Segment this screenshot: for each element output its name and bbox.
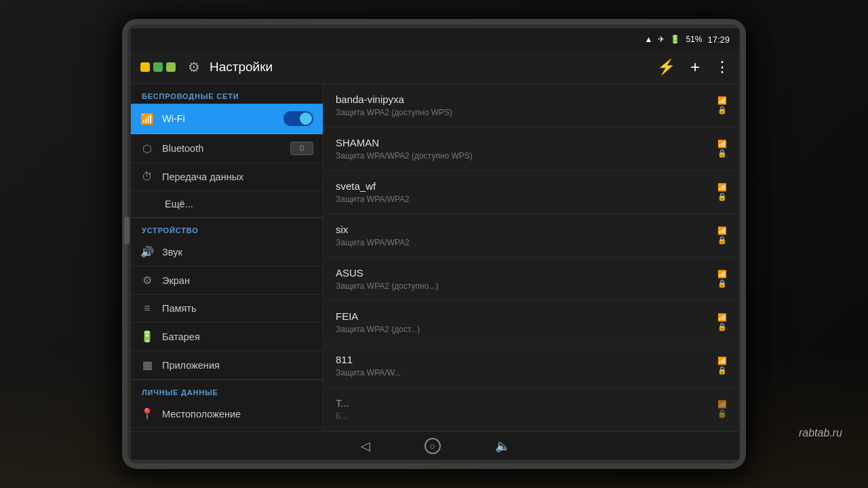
network-security-2: Защита WPA/WPA2	[336, 195, 717, 204]
dot-3	[166, 62, 176, 72]
tablet-screen: ▲ ✈ 🔋 51% 17:29 ⚙ Настройки ⚡ + ⋮	[131, 28, 739, 460]
memory-icon: ≡	[140, 302, 154, 314]
network-name-5: FEIA	[336, 310, 717, 322]
network-info-4: ASUS Защита WPA2 (доступно...)	[336, 267, 717, 291]
volume-button[interactable]: 🔈	[495, 439, 510, 453]
toolbar-actions: ⚡ + ⋮	[657, 58, 730, 77]
wifi-toggle[interactable]	[283, 111, 313, 126]
data-icon: ⏱	[140, 171, 154, 183]
network-name-1: SHAMAN	[336, 137, 717, 148]
battery-icon: 🔋	[670, 35, 680, 44]
network-item-3[interactable]: six Защита WPA/WPA2 📶🔒	[323, 214, 739, 258]
page-title: Настройки	[210, 60, 273, 75]
network-security-6: Защита WPA/W...	[336, 368, 717, 378]
network-signal-3: 📶🔒	[717, 226, 727, 245]
bluetooth-label: Bluetooth	[162, 143, 282, 154]
apps-label: Приложения	[162, 360, 313, 371]
bluetooth-toggle[interactable]: 0	[290, 142, 313, 155]
bottom-navbar: ◁ ○ 🔈	[131, 431, 739, 460]
clock: 17:29	[707, 35, 730, 45]
location-label: Местоположение	[162, 409, 313, 420]
tablet-side-button	[124, 217, 130, 244]
network-item-2[interactable]: sveta_wf Защита WPA/WPA2 📶🔒	[323, 171, 739, 214]
more-label: Ещё...	[165, 199, 313, 209]
network-item-0[interactable]: banda-vinipyxa Защита WPA2 (доступно WPS…	[323, 84, 739, 127]
network-item-1[interactable]: SHAMAN Защита WPA/WPA2 (доступно WPS) 📶🔒	[323, 127, 739, 171]
home-button[interactable]: ○	[425, 438, 441, 454]
sidebar-item-battery[interactable]: 🔋 Батарея	[131, 323, 323, 351]
network-signal-4: 📶🔒	[717, 270, 727, 288]
sidebar-item-wifi[interactable]: 📶 Wi-Fi	[131, 104, 323, 134]
sidebar-item-location[interactable]: 📍 Местоположение	[131, 400, 323, 428]
network-info-0: banda-vinipyxa Защита WPA2 (доступно WPS…	[336, 94, 717, 117]
sidebar-item-memory[interactable]: ≡ Память	[131, 295, 323, 323]
wifi-icon: 📶	[140, 113, 154, 125]
battery-label: Батарея	[162, 331, 313, 342]
network-security-7: Б...	[336, 411, 717, 421]
add-button[interactable]: +	[690, 58, 700, 77]
network-name-3: six	[336, 224, 717, 235]
network-signal-1: 📶🔒	[717, 140, 727, 158]
section-wireless-label: БЕСПРОВОДНЫЕ СЕТИ	[131, 84, 323, 104]
network-security-0: Защита WPA2 (доступно WPS)	[336, 108, 717, 117]
network-info-2: sveta_wf Защита WPA/WPA2	[336, 180, 717, 204]
sidebar-item-data[interactable]: ⏱ Передача данных	[131, 163, 323, 191]
network-signal-2: 📶🔒	[717, 183, 727, 201]
network-item-5[interactable]: FEIA Защита WPA2 (дост...) 📶🔒	[323, 301, 739, 344]
network-signal-7: 📶🔒	[717, 400, 727, 418]
network-info-6: 811 Защита WPA/W...	[336, 354, 717, 378]
data-label: Передача данных	[162, 171, 313, 182]
sidebar-item-more[interactable]: Ещё...	[131, 191, 323, 218]
sidebar-item-display[interactable]: ⚙ Экран	[131, 266, 323, 295]
bluetooth-icon: ⬡	[140, 142, 154, 155]
back-button[interactable]: ◁	[361, 439, 370, 453]
screen-body: БЕСПРОВОДНЫЕ СЕТИ 📶 Wi-Fi ⬡ Bluetooth 0	[131, 84, 739, 431]
dot-2	[153, 62, 163, 72]
section-device-label: УСТРОЙСТВО	[131, 218, 323, 238]
network-security-5: Защита WPA2 (дост...)	[336, 325, 717, 334]
network-info-1: SHAMAN Защита WPA/WPA2 (доступно WPS)	[336, 137, 717, 161]
location-icon: 📍	[140, 407, 154, 420]
network-name-2: sveta_wf	[336, 180, 717, 192]
wifi-networks-panel: banda-vinipyxa Защита WPA2 (доступно WPS…	[323, 84, 739, 431]
apps-icon: ▦	[140, 359, 154, 371]
battery-percent: 51%	[686, 35, 702, 44]
sidebar-item-sound[interactable]: 🔊 Звук	[131, 238, 323, 266]
settings-gear-icon: ⚙	[188, 59, 200, 75]
network-info-7: T... Б...	[336, 397, 717, 421]
network-security-3: Защита WPA/WPA2	[336, 238, 717, 247]
network-signal-6: 📶🔒	[717, 357, 727, 375]
wifi-status-icon: ▲	[645, 35, 653, 44]
sidebar-item-bluetooth[interactable]: ⬡ Bluetooth 0	[131, 134, 323, 163]
network-info-5: FEIA Защита WPA2 (дост...)	[336, 310, 717, 334]
network-signal-5: 📶🔒	[717, 313, 727, 331]
network-item-7[interactable]: T... Б... 📶🔒	[323, 388, 739, 431]
network-info-3: six Защита WPA/WPA2	[336, 224, 717, 247]
network-name-0: banda-vinipyxa	[336, 94, 717, 105]
section-personal-label: ЛИЧНЫЕ ДАННЫЕ	[131, 380, 323, 400]
sound-icon: 🔊	[140, 245, 154, 258]
settings-sidebar: БЕСПРОВОДНЫЕ СЕТИ 📶 Wi-Fi ⬡ Bluetooth 0	[131, 84, 323, 431]
network-security-1: Защита WPA/WPA2 (доступно WPS)	[336, 151, 717, 161]
network-name-7: T...	[336, 397, 717, 409]
network-security-4: Защита WPA2 (доступно...)	[336, 281, 717, 291]
status-bar: ▲ ✈ 🔋 51% 17:29	[131, 28, 739, 50]
network-item-4[interactable]: ASUS Защита WPA2 (доступно...) 📶🔒	[323, 258, 739, 301]
network-name-6: 811	[336, 354, 717, 365]
sound-label: Звук	[162, 247, 313, 258]
bolt-button[interactable]: ⚡	[657, 58, 675, 76]
signal-status-icon: ✈	[658, 35, 665, 44]
menu-button[interactable]: ⋮	[715, 58, 730, 76]
network-signal-0: 📶🔒	[717, 96, 727, 115]
sidebar-item-apps[interactable]: ▦ Приложения	[131, 351, 323, 380]
app-toolbar: ⚙ Настройки ⚡ + ⋮	[131, 50, 739, 84]
network-name-4: ASUS	[336, 267, 717, 279]
battery-icon-nav: 🔋	[140, 330, 154, 343]
window-dots	[140, 62, 176, 72]
dot-1	[140, 62, 150, 72]
display-icon: ⚙	[140, 274, 154, 287]
display-label: Экран	[162, 275, 313, 286]
network-item-6[interactable]: 811 Защита WPA/W... 📶🔒	[323, 344, 739, 388]
memory-label: Память	[162, 303, 313, 314]
wifi-label: Wi-Fi	[162, 113, 275, 124]
